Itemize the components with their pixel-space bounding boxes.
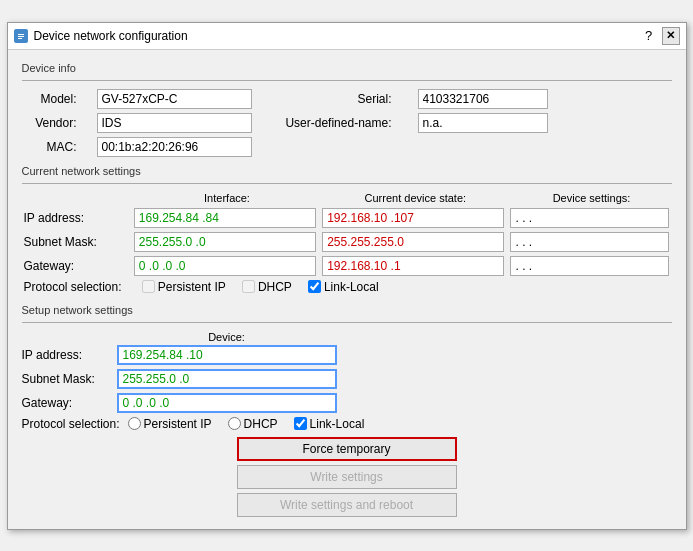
cns-persistent-label: Persistent IP [158,280,226,294]
dialog-content: Device info Model: Serial: Vendor: User-… [8,50,686,529]
title-bar: Device network configuration ? ✕ [8,23,686,50]
sns-gateway-label: Gateway: [22,396,117,410]
title-bar-buttons: ? ✕ [640,27,680,45]
sns-protocol-row: Protocol selection: Persistent IP DHCP L… [22,417,672,431]
cns-link-local-label: Link-Local [324,280,379,294]
model-label: Model: [22,92,77,106]
cns-gateway-interface-input[interactable] [134,256,316,276]
cns-protocol-row: Protocol selection: Persistent IP DHCP [22,278,672,296]
sns-gateway-input[interactable] [117,393,337,413]
sns-ip-label: IP address: [22,348,117,362]
cns-dhcp-label: DHCP [258,280,292,294]
col-state-header: Current device state: [319,192,507,206]
help-button[interactable]: ? [640,27,658,45]
cns-subnet-row: Subnet Mask: [22,230,672,254]
sns-dhcp-label: DHCP [244,417,278,431]
button-area: Force temporary Write settings Write set… [22,437,672,517]
sns-ip-input[interactable] [117,345,337,365]
device-info-row-3: MAC: [22,137,672,157]
sns-persistent-radio[interactable] [128,417,141,430]
cns-gateway-device-input[interactable] [510,256,668,276]
cns-gateway-row: Gateway: [22,254,672,278]
mac-input[interactable] [97,137,252,157]
cns-gateway-state-input[interactable] [322,256,504,276]
sns-link-local-option[interactable]: Link-Local [294,417,365,431]
dialog-title: Device network configuration [34,29,188,43]
cns-ip-device-input[interactable] [510,208,668,228]
sns-persistent-label: Persistent IP [144,417,212,431]
cns-ip-label: IP address: [22,206,131,230]
sns-dhcp-option[interactable]: DHCP [228,417,278,431]
device-info-section-label: Device info [22,62,672,74]
sns-protocol-options: Persistent IP DHCP Link-Local [128,417,365,431]
cns-ip-row: IP address: [22,206,672,230]
current-network-table: Interface: Current device state: Device … [22,192,672,296]
mac-label: MAC: [22,140,77,154]
cns-gateway-label: Gateway: [22,254,131,278]
cns-subnet-state-input[interactable] [322,232,504,252]
cns-protocol-label: Protocol selection: [22,278,131,296]
vendor-input[interactable] [97,113,252,133]
col-interface-header: Interface: [131,192,319,206]
vendor-label: Vendor: [22,116,77,130]
current-network-section-label: Current network settings [22,165,672,177]
cns-ip-interface-input[interactable] [134,208,316,228]
sns-dhcp-radio[interactable] [228,417,241,430]
cns-persistent-option[interactable]: Persistent IP [142,280,226,294]
device-info-grid: Model: Serial: Vendor: User-defined-name… [22,89,672,157]
dialog-icon [14,29,28,43]
write-settings-reboot-button[interactable]: Write settings and reboot [237,493,457,517]
cns-ip-state-input[interactable] [322,208,504,228]
device-info-divider [22,80,672,81]
setup-network-container: Device: IP address: Subnet Mask: Gateway… [22,331,672,517]
write-settings-button[interactable]: Write settings [237,465,457,489]
cns-link-local-option[interactable]: Link-Local [308,280,379,294]
sns-link-local-label: Link-Local [310,417,365,431]
device-info-row-1: Model: Serial: [22,89,672,109]
cns-protocol-options: Persistent IP DHCP Link-Local [142,280,669,294]
device-info-row-2: Vendor: User-defined-name: [22,113,672,133]
serial-label: Serial: [312,92,392,106]
model-input[interactable] [97,89,252,109]
sns-subnet-label: Subnet Mask: [22,372,117,386]
sns-persistent-option[interactable]: Persistent IP [128,417,212,431]
cns-subnet-label: Subnet Mask: [22,230,131,254]
sns-subnet-input[interactable] [117,369,337,389]
serial-input[interactable] [418,89,548,109]
setup-network-section-label: Setup network settings [22,304,672,316]
col-device-header: Device settings: [507,192,671,206]
sns-subnet-row: Subnet Mask: [22,369,672,389]
cns-dhcp-checkbox[interactable] [242,280,255,293]
sns-spacer [22,331,117,343]
sns-link-local-checkbox[interactable] [294,417,307,430]
sns-device-col-label: Device: [117,331,337,343]
setup-network-divider [22,322,672,323]
sns-gateway-row: Gateway: [22,393,672,413]
cns-subnet-interface-input[interactable] [134,232,316,252]
sns-protocol-label: Protocol selection: [22,417,120,431]
cns-header-row: Interface: Current device state: Device … [22,192,672,206]
cns-dhcp-option[interactable]: DHCP [242,280,292,294]
sns-ip-row: IP address: [22,345,672,365]
device-network-dialog: Device network configuration ? ✕ Device … [7,22,687,530]
svg-rect-3 [18,38,22,39]
sns-header: Device: [22,331,672,343]
cns-persistent-checkbox[interactable] [142,280,155,293]
user-defined-label: User-defined-name: [272,116,392,130]
svg-rect-1 [18,34,24,35]
current-network-divider [22,183,672,184]
title-bar-left: Device network configuration [14,29,188,43]
user-defined-input[interactable] [418,113,548,133]
cns-subnet-device-input[interactable] [510,232,668,252]
svg-rect-2 [18,36,24,37]
close-button[interactable]: ✕ [662,27,680,45]
cns-link-local-checkbox[interactable] [308,280,321,293]
force-temporary-button[interactable]: Force temporary [237,437,457,461]
